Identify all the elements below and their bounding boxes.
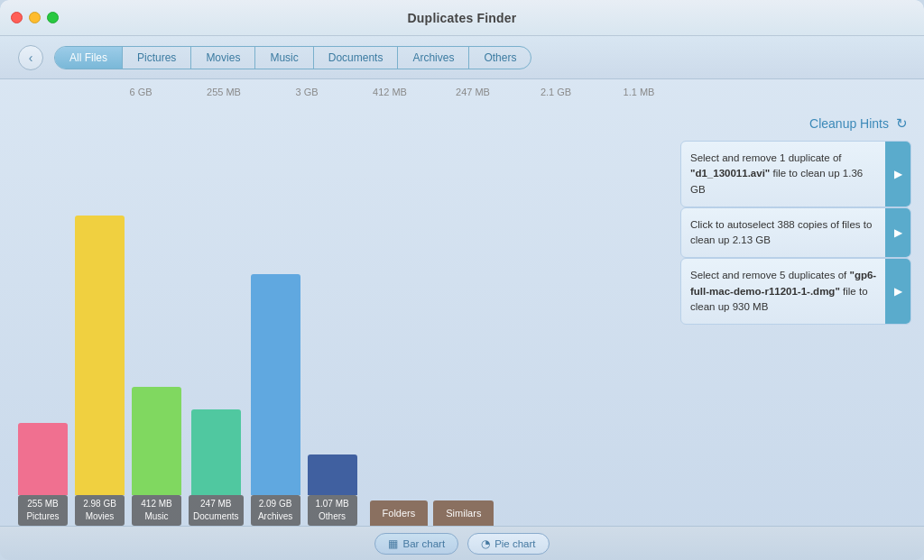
size-label-documents: 247 MB: [440, 87, 505, 97]
bar-chart-icon: ▦: [388, 537, 398, 550]
bar-chart-label: Bar chart: [402, 538, 445, 549]
size-label-music: 412 MB: [357, 87, 422, 97]
size-label-archives: 2.1 GB: [523, 87, 588, 97]
titlebar: Duplicates Finder: [0, 0, 924, 36]
traffic-lights: [11, 12, 59, 23]
bar-others: [308, 454, 357, 495]
extra-tab-folders[interactable]: Folders: [370, 500, 429, 526]
bar-label-pictures: 255 MBPictures: [18, 495, 68, 526]
size-label-all-files: 6 GB: [108, 87, 173, 97]
filter-tab-pictures[interactable]: Pictures: [123, 47, 191, 69]
sidebar: Cleanup Hints ↻ Select and remove 1 dupl…: [671, 101, 924, 526]
filter-tab-music[interactable]: Music: [255, 47, 313, 69]
bar-label-archives: 2.09 GBArchives: [251, 495, 300, 526]
bar-documents: [191, 409, 241, 495]
filter-tab-documents[interactable]: Documents: [314, 47, 399, 69]
bar-group-pictures[interactable]: 255 MBPictures: [18, 423, 68, 526]
hint-arrow-hint1[interactable]: ▶: [885, 142, 910, 207]
back-button[interactable]: ‹: [18, 45, 43, 70]
extra-tab-similars[interactable]: Similars: [433, 500, 494, 526]
main-content: 255 MBPictures2.98 GBMovies412 MBMusic24…: [0, 101, 924, 526]
pie-chart-button[interactable]: ◔ Pie chart: [467, 533, 549, 555]
maximize-button[interactable]: [47, 12, 59, 23]
hints-title: Cleanup Hints: [809, 116, 889, 131]
filter-tabs: All FilesPicturesMoviesMusicDocumentsArc…: [54, 46, 531, 69]
hint-card-hint1[interactable]: Select and remove 1 duplicate of "d1_130…: [680, 141, 911, 207]
window-title: Duplicates Finder: [408, 11, 517, 25]
bar-group-music[interactable]: 412 MBMusic: [132, 387, 181, 526]
hint-card-hint2[interactable]: Click to autoselect 388 copies of files …: [680, 207, 911, 259]
chart-area: 255 MBPictures2.98 GBMovies412 MBMusic24…: [0, 101, 671, 526]
bar-archives: [251, 274, 300, 495]
bar-group-archives[interactable]: 2.09 GBArchives: [251, 274, 300, 526]
toolbar: ‹ All FilesPicturesMoviesMusicDocumentsA…: [0, 36, 924, 79]
bar-label-music: 412 MBMusic: [132, 495, 181, 526]
hints-container: Select and remove 1 duplicate of "d1_130…: [680, 141, 911, 325]
filter-tab-archives[interactable]: Archives: [398, 47, 469, 69]
size-label-pictures: 255 MB: [191, 87, 256, 97]
size-label-movies: 3 GB: [274, 87, 339, 97]
hint-arrow-hint3[interactable]: ▶: [885, 259, 910, 324]
bar-chart: 255 MBPictures2.98 GBMovies412 MBMusic24…: [9, 101, 662, 526]
bar-pictures: [18, 423, 68, 495]
main-window: Duplicates Finder ‹ All FilesPicturesMov…: [0, 0, 924, 560]
bar-chart-button[interactable]: ▦ Bar chart: [374, 533, 458, 555]
bar-group-documents[interactable]: 247 MBDocuments: [189, 409, 244, 526]
pie-chart-icon: ◔: [481, 537, 490, 550]
size-labels-row: 6 GB255 MB3 GB412 MB247 MB2.1 GB1.1 MB: [0, 79, 924, 101]
size-label-others: 1.1 MB: [606, 87, 671, 97]
hint-arrow-hint2[interactable]: ▶: [885, 208, 910, 258]
hint-card-hint3[interactable]: Select and remove 5 duplicates of "gp6-f…: [680, 258, 911, 325]
close-button[interactable]: [11, 12, 23, 23]
bar-label-documents: 247 MBDocuments: [189, 495, 244, 526]
filter-tab-all-files[interactable]: All Files: [55, 47, 123, 69]
hints-header: Cleanup Hints ↻: [680, 115, 911, 132]
refresh-icon[interactable]: ↻: [896, 115, 908, 132]
filter-tab-others[interactable]: Others: [469, 47, 531, 69]
bar-label-movies: 2.98 GBMovies: [75, 495, 125, 526]
bar-music: [132, 387, 181, 495]
bar-label-others: 1.07 MBOthers: [308, 495, 357, 526]
extra-tabs: FoldersSimilars: [370, 500, 494, 526]
pie-chart-label: Pie chart: [494, 538, 535, 549]
bar-group-others[interactable]: 1.07 MBOthers: [308, 454, 357, 526]
filter-tab-movies[interactable]: Movies: [191, 47, 255, 69]
bar-movies: [75, 216, 125, 495]
minimize-button[interactable]: [29, 12, 41, 23]
bar-group-movies[interactable]: 2.98 GBMovies: [75, 216, 125, 526]
bottom-bar: ▦ Bar chart ◔ Pie chart: [0, 526, 924, 560]
